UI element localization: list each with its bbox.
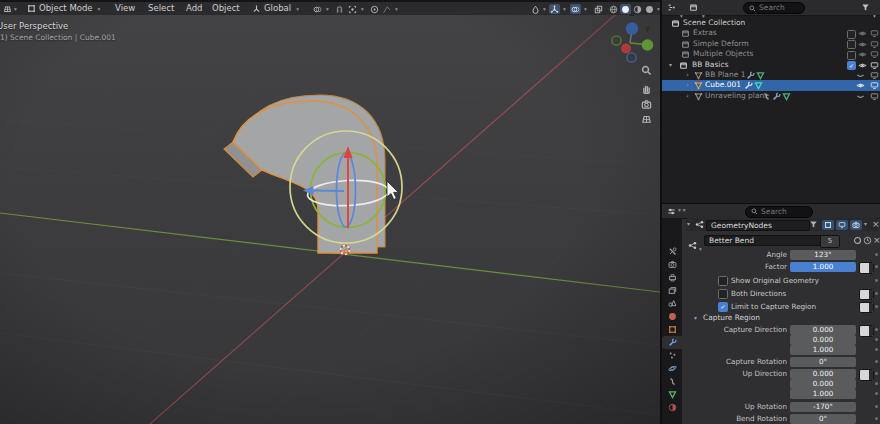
xray-toggle[interactable] <box>593 4 604 14</box>
monitor-icon[interactable] <box>870 71 879 80</box>
decorator-dot[interactable] <box>875 372 878 375</box>
editor-type-button[interactable] <box>3 2 17 15</box>
funnel-icon[interactable] <box>809 220 818 229</box>
decorator-dot[interactable] <box>875 328 878 331</box>
outliner-filter-button[interactable] <box>860 2 871 12</box>
limit-to-capture-region-checkbox[interactable] <box>718 302 728 312</box>
decorator-dot[interactable] <box>875 382 878 385</box>
modifier-realtime-toggle[interactable] <box>836 220 848 230</box>
capture-direction-z[interactable]: 1.000 <box>790 345 856 355</box>
show-overlays-toggle[interactable] <box>570 4 581 14</box>
outliner-row-bb-plane-1[interactable]: BB Plane 1 <box>662 70 880 80</box>
monitor-icon[interactable] <box>870 40 879 49</box>
monitor-icon[interactable] <box>870 61 879 70</box>
expand-arrow-icon[interactable] <box>686 80 689 90</box>
properties-editor-type-button[interactable] <box>666 206 677 216</box>
tab-material[interactable] <box>662 401 682 414</box>
expand-chevron-icon[interactable]: ▾ <box>669 60 672 70</box>
node-group-name-field[interactable]: Better Bend <box>704 235 824 247</box>
pivot-point-dropdown[interactable] <box>312 4 323 14</box>
decorator-dot[interactable] <box>875 405 878 408</box>
eye-icon[interactable] <box>858 40 867 49</box>
up-direction-y[interactable]: 0.000 <box>790 379 856 389</box>
proportional-editing-toggle[interactable] <box>369 4 380 14</box>
decorator-dot[interactable] <box>875 305 878 308</box>
decorator-dot[interactable] <box>875 338 878 341</box>
eye-icon[interactable] <box>858 29 867 38</box>
input-attribute-toggle[interactable] <box>859 262 874 274</box>
modifier-render-toggle[interactable] <box>850 220 862 230</box>
tab-world[interactable] <box>662 310 682 323</box>
exclude-checkbox[interactable] <box>847 51 856 60</box>
decorator-dot[interactable] <box>875 348 878 351</box>
capture-rotation-field[interactable]: 0° <box>790 357 856 367</box>
tab-output[interactable] <box>662 271 682 284</box>
show-gizmo-toggle[interactable] <box>549 4 560 14</box>
shading-rendered-button[interactable] <box>644 4 655 14</box>
monitor-icon[interactable] <box>870 29 879 38</box>
clock-icon[interactable] <box>863 236 872 245</box>
both-directions-checkbox[interactable] <box>718 289 728 299</box>
tab-physics[interactable] <box>662 362 682 375</box>
decorator-dot[interactable] <box>875 292 878 295</box>
show-original-geometry-checkbox[interactable] <box>718 276 728 286</box>
tab-object-data[interactable] <box>662 388 682 401</box>
input-attribute-toggle[interactable] <box>859 369 874 381</box>
menu-view[interactable]: View <box>115 2 135 15</box>
tab-view-layer[interactable] <box>662 284 682 297</box>
outliner-row-simple-deform[interactable]: Simple Deform <box>662 39 880 49</box>
properties-search-input[interactable]: Search <box>745 206 813 218</box>
snap-magnet-toggle[interactable] <box>334 4 345 14</box>
transform-orientation-dropdown[interactable]: Global <box>252 2 299 15</box>
tab-particles[interactable] <box>662 349 682 362</box>
eye-closed-icon[interactable] <box>856 71 865 80</box>
decorator-dot[interactable] <box>875 279 878 282</box>
expand-arrow-icon[interactable] <box>686 70 689 80</box>
modifier-extras-chevron[interactable]: ▾ <box>864 220 867 227</box>
menu-object[interactable]: Object <box>212 2 240 15</box>
tab-scene[interactable] <box>662 297 682 310</box>
fake-user-icon[interactable] <box>853 236 862 245</box>
decorator-dot[interactable] <box>875 265 878 268</box>
outliner-display-mode-button[interactable] <box>688 2 699 12</box>
eye-icon[interactable] <box>856 81 865 90</box>
decorator-dot[interactable] <box>875 360 878 363</box>
viewport-3d[interactable]: User Perspective (1) Scene Collection | … <box>0 15 660 424</box>
decorator-dot[interactable] <box>875 392 878 395</box>
decorator-dot[interactable] <box>875 253 878 256</box>
menu-add[interactable]: Add <box>186 2 202 15</box>
tab-constraints[interactable] <box>662 375 682 388</box>
users-count-button[interactable]: 5 <box>820 235 840 249</box>
factor-slider[interactable]: 1.000 <box>790 262 856 272</box>
up-direction-x[interactable]: 0.000 <box>790 369 856 379</box>
modifier-editmode-toggle[interactable] <box>822 220 834 230</box>
tab-object[interactable] <box>662 323 682 336</box>
expand-arrow-icon[interactable] <box>686 91 689 101</box>
exclude-checkbox[interactable] <box>847 30 856 39</box>
capture-region-section-header[interactable]: Capture Region <box>703 313 760 322</box>
shading-solid-button[interactable] <box>620 4 631 14</box>
outliner-row-cube-001[interactable]: Cube.001 <box>662 80 880 90</box>
exclude-checkbox[interactable] <box>847 61 856 70</box>
capture-direction-y[interactable]: 0.000 <box>790 335 856 345</box>
decorator-dot[interactable] <box>875 417 878 420</box>
shading-wireframe-button[interactable] <box>608 4 619 14</box>
outliner-row-scene-collection[interactable]: Scene Collection <box>662 18 880 28</box>
snap-target-dropdown[interactable] <box>347 4 358 14</box>
input-attribute-toggle[interactable] <box>859 325 874 337</box>
mode-dropdown[interactable]: Object Mode <box>27 2 100 15</box>
up-direction-z[interactable]: 1.000 <box>790 389 856 399</box>
outliner-row-unraveling-plane[interactable]: Unraveling plane <box>662 91 880 101</box>
monitor-icon[interactable] <box>870 92 879 101</box>
outliner-editor-type-button[interactable] <box>666 2 677 12</box>
input-attribute-toggle[interactable] <box>859 302 874 314</box>
modifier-close-button[interactable] <box>872 219 880 229</box>
section-expand-chevron[interactable]: ▾ <box>694 314 697 321</box>
modifier-expand-chevron[interactable]: ▾ <box>687 220 690 227</box>
monitor-icon[interactable] <box>870 81 879 90</box>
tab-render[interactable] <box>662 258 682 271</box>
tab-tool[interactable] <box>662 245 682 258</box>
outliner-search-input[interactable]: Search <box>743 2 805 14</box>
bend-rotation-field[interactable]: 0° <box>790 414 856 424</box>
node-group-unlink-button[interactable] <box>873 235 880 245</box>
